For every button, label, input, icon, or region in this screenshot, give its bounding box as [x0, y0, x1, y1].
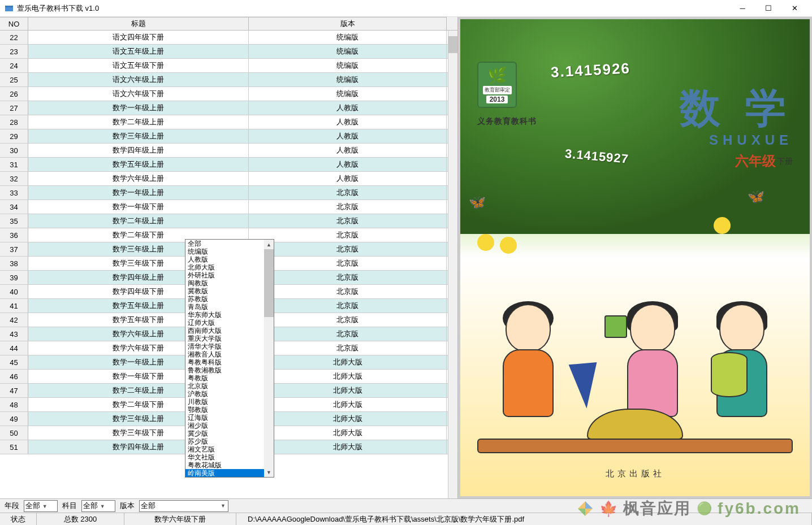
cell-version: 北师大版 — [249, 398, 447, 411]
dropdown-option[interactable]: 重庆大学版 — [185, 335, 274, 342]
cell-no: 36 — [0, 228, 28, 242]
vertical-scrollbar[interactable] — [448, 31, 457, 498]
cell-version: 北京版 — [249, 257, 447, 270]
titlebar: 萱乐电子教科书下载 v1.0 ─ ☐ ✕ — [0, 0, 812, 17]
cell-no: 29 — [0, 129, 28, 143]
edu-label: 义务教育教科书 — [477, 116, 537, 127]
flower-icon — [500, 237, 517, 254]
grade-select[interactable]: 全部 ▼ — [24, 500, 58, 512]
cell-title: 数学一年级下册 — [28, 200, 249, 214]
cell-no: 45 — [0, 355, 28, 369]
cell-title: 语文四年级下册 — [28, 31, 249, 44]
dropdown-option[interactable]: 华东师大版 — [185, 311, 274, 319]
cell-version: 北师大版 — [249, 440, 447, 454]
cell-no: 50 — [0, 426, 28, 440]
subject-select[interactable]: 全部 ▼ — [81, 500, 115, 512]
table-row[interactable]: 32数学六年级上册人教版 — [0, 172, 457, 186]
dropdown-option[interactable]: 闽教版 — [185, 279, 274, 287]
dropdown-option[interactable]: 清华大学版 — [185, 342, 274, 350]
table-row[interactable]: 35数学二年级上册北京版 — [0, 214, 457, 228]
table-row[interactable]: 28数学二年级上册人教版 — [0, 115, 457, 129]
cell-version: 人教版 — [249, 115, 447, 129]
cell-title: 数学二年级上册 — [28, 214, 249, 228]
dropdown-option[interactable]: 岭南美版 — [185, 469, 274, 477]
cell-version: 北京版 — [249, 271, 447, 284]
dropdown-option[interactable]: 青岛版 — [185, 303, 274, 311]
maximize-button[interactable]: ☐ — [755, 0, 781, 17]
cell-version: 统编版 — [249, 45, 447, 58]
dropdown-option[interactable]: 辽海版 — [185, 414, 274, 422]
cell-no: 49 — [0, 412, 28, 426]
dropdown-option[interactable]: 粤教粤科版 — [185, 358, 274, 366]
dropdown-option[interactable]: 沪教版 — [185, 390, 274, 398]
scroll-down-arrow[interactable]: ▼ — [264, 467, 274, 477]
close-button[interactable]: ✕ — [781, 0, 807, 17]
minimize-button[interactable]: ─ — [729, 0, 755, 17]
cell-version: 北京版 — [249, 313, 447, 327]
dropdown-option[interactable]: 华文社版 — [185, 453, 274, 461]
dropdown-option[interactable]: 冀教版 — [185, 287, 274, 295]
table-row[interactable]: 29数学三年级上册人教版 — [0, 129, 457, 144]
cell-no: 23 — [0, 45, 28, 58]
dropdown-option[interactable]: 统编版 — [185, 248, 274, 255]
version-select[interactable]: 全部▼ — [139, 500, 228, 512]
dropdown-scroll-thumb[interactable] — [264, 249, 274, 317]
dropdown-option[interactable]: 湘教音人版 — [185, 350, 274, 358]
cell-no: 44 — [0, 341, 28, 355]
column-no[interactable]: NO — [0, 17, 28, 30]
cell-version: 统编版 — [249, 31, 447, 44]
dropdown-option[interactable]: 粤教版 — [185, 374, 274, 382]
column-version[interactable]: 版本 — [249, 17, 447, 30]
cell-no: 51 — [0, 440, 28, 454]
book-grade: 六年级 — [735, 152, 776, 170]
watermark-maple-icon: 🍁 — [599, 500, 617, 518]
cell-no: 47 — [0, 384, 28, 397]
scroll-thumb[interactable] — [448, 36, 457, 53]
cell-no: 22 — [0, 31, 28, 44]
dropdown-option[interactable]: 苏少版 — [185, 437, 274, 445]
book-subject: 数 学 — [680, 81, 793, 136]
cell-version: 人教版 — [249, 101, 447, 115]
dropdown-option[interactable]: 苏教版 — [185, 295, 274, 303]
cell-version: 北师大版 — [249, 412, 447, 426]
subject-label: 科目 — [62, 501, 77, 511]
cell-no: 37 — [0, 242, 28, 256]
dropdown-option[interactable]: 川教版 — [185, 398, 274, 406]
dropdown-option[interactable]: 鲁教湘教版 — [185, 366, 274, 374]
table-row[interactable]: 24语文五年级下册统编版 — [0, 59, 457, 73]
dropdown-option[interactable]: 人教版 — [185, 255, 274, 263]
dropdown-option[interactable]: 湘少版 — [185, 422, 274, 429]
butterfly-icon: 🦋 — [469, 194, 486, 209]
column-title[interactable]: 标题 — [28, 17, 249, 30]
dropdown-option[interactable]: 鄂教版 — [185, 406, 274, 414]
table-row[interactable]: 34数学一年级下册北京版 — [0, 200, 457, 214]
cell-no: 33 — [0, 186, 28, 199]
table-row[interactable]: 30数学四年级上册人教版 — [0, 144, 457, 158]
dropdown-option[interactable]: 北京版 — [185, 382, 274, 390]
table-row[interactable]: 31数学五年级上册人教版 — [0, 158, 457, 172]
flower-icon — [714, 217, 731, 234]
dropdown-option[interactable]: 冀少版 — [185, 429, 274, 437]
dropdown-option[interactable]: 湘文艺版 — [185, 445, 274, 453]
dropdown-option[interactable]: 西南师大版 — [185, 327, 274, 335]
scroll-up-arrow[interactable]: ▲ — [264, 240, 274, 249]
table-row[interactable]: 23语文五年级上册统编版 — [0, 45, 457, 59]
dropdown-option[interactable]: 全部 — [185, 240, 274, 248]
cell-no: 46 — [0, 370, 28, 383]
cell-title: 数学五年级上册 — [28, 158, 249, 171]
dropdown-option[interactable]: 外研社版 — [185, 271, 274, 279]
dropdown-option[interactable]: 粤教花城版 — [185, 461, 274, 469]
dropdown-scrollbar[interactable]: ▲ ▼ — [264, 240, 274, 477]
table-row[interactable]: 25语文六年级上册统编版 — [0, 73, 457, 87]
book-volume: 下册 — [777, 157, 793, 167]
cell-version: 统编版 — [249, 59, 447, 72]
dropdown-option[interactable]: 辽师大版 — [185, 319, 274, 327]
table-row[interactable]: 33数学一年级上册北京版 — [0, 186, 457, 200]
cell-title: 语文五年级下册 — [28, 59, 249, 72]
cell-no: 39 — [0, 271, 28, 284]
cell-title: 数学二年级上册 — [28, 115, 249, 129]
table-row[interactable]: 27数学一年级上册人教版 — [0, 101, 457, 115]
table-row[interactable]: 26语文六年级下册统编版 — [0, 87, 457, 101]
dropdown-option[interactable]: 北师大版 — [185, 263, 274, 271]
table-row[interactable]: 22语文四年级下册统编版 — [0, 31, 457, 45]
